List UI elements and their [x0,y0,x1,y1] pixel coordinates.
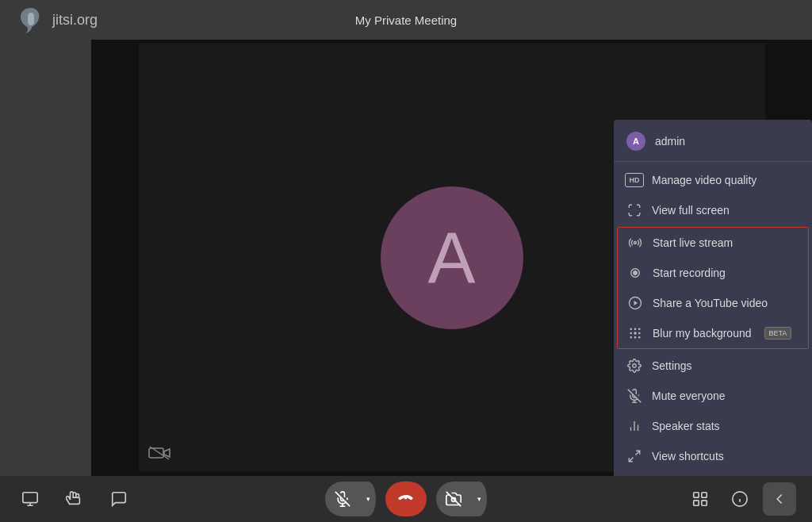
mic-dropdown-button[interactable]: ▾ [360,482,376,516]
menu-divider-1 [614,161,812,162]
participant-avatar: A [381,186,523,329]
shortcuts-label: View shortcuts [652,450,724,463]
svg-rect-2 [23,493,37,503]
hd-icon: HD [626,172,642,188]
menu-item-youtube[interactable]: Share a YouTube video [618,288,808,318]
svg-point-25 [639,332,641,334]
svg-rect-8 [694,493,699,497]
svg-line-6 [446,492,461,506]
svg-point-17 [634,271,638,275]
speaker-stats-label: Speaker stats [652,420,720,432]
toolbar-right [684,482,796,516]
live-stream-icon [627,235,643,251]
camera-off-indicator [148,446,170,463]
menu-item-mute-everyone[interactable]: Mute everyone [614,381,812,411]
more-actions-button[interactable] [763,482,796,516]
shortcuts-icon [626,448,642,464]
recording-label: Start recording [653,267,726,279]
settings-label: Settings [652,359,692,372]
svg-point-23 [630,332,632,334]
live-stream-label: Start live stream [653,236,733,249]
youtube-icon [627,295,643,311]
svg-rect-11 [702,501,707,505]
meeting-title: My Private Meeting [355,13,457,27]
menu-item-recording[interactable]: Start recording [618,258,808,288]
menu-item-speaker-stats[interactable]: Speaker stats [614,411,812,441]
streaming-section: Start live stream Start recording Share … [617,227,809,349]
menu-item-blur[interactable]: Blur my background BETA [618,318,808,348]
header: jitsi.org My Private Meeting [0,0,812,40]
recording-icon [627,265,643,281]
speaker-stats-icon [626,418,642,434]
svg-point-26 [630,337,632,339]
menu-item-fullscreen[interactable]: View full screen [614,195,812,225]
mute-everyone-icon [626,388,642,404]
blur-label: Blur my background [653,327,752,340]
svg-point-15 [634,242,637,244]
beta-badge: BETA [764,327,792,340]
svg-line-37 [629,458,633,462]
sidebar-strip [0,40,91,476]
mic-button-group: ▾ [325,482,376,516]
svg-point-21 [634,328,636,330]
share-screen-button[interactable] [16,485,44,513]
svg-point-20 [630,328,632,330]
youtube-label: Share a YouTube video [653,297,768,309]
more-actions-menu: A admin HD Manage video quality View ful… [614,120,812,476]
toolbar-left [16,485,133,513]
blur-icon [627,325,643,341]
menu-item-shortcuts[interactable]: View shortcuts [614,441,812,471]
admin-avatar: A [626,132,645,151]
svg-point-24 [634,332,636,334]
hangup-button[interactable] [385,482,427,516]
cam-button-group: ▾ [436,482,487,516]
cam-toggle-button[interactable] [436,482,471,516]
fullscreen-icon [626,202,642,218]
svg-point-28 [639,337,641,339]
mic-toggle-button[interactable] [325,482,360,516]
svg-rect-10 [694,501,699,505]
logo: jitsi.org [16,5,98,35]
logo-text: jitsi.org [52,12,98,29]
avatar-letter: A [427,217,475,299]
jitsi-logo-icon [16,5,46,35]
svg-point-22 [639,328,641,330]
menu-item-manage-video[interactable]: HD Manage video quality [614,165,812,195]
svg-line-36 [636,451,640,455]
svg-point-29 [633,364,637,368]
svg-point-27 [634,337,636,339]
raise-hand-button[interactable] [60,485,89,513]
mute-everyone-label: Mute everyone [652,390,726,402]
settings-icon [626,358,642,374]
menu-item-admin[interactable]: A admin [614,125,812,158]
menu-item-settings[interactable]: Settings [614,351,812,381]
chat-button[interactable] [105,485,133,513]
menu-item-live-stream[interactable]: Start live stream [618,228,808,258]
toolbar: ▾ ▾ [0,476,812,522]
fullscreen-label: View full screen [652,204,730,217]
cam-dropdown-button[interactable]: ▾ [471,482,487,516]
info-button[interactable] [723,482,756,516]
tile-view-button[interactable] [684,482,717,516]
admin-label: admin [655,135,685,148]
svg-rect-9 [702,493,707,497]
svg-rect-0 [149,448,163,458]
manage-video-label: Manage video quality [652,174,756,186]
svg-marker-19 [634,301,638,305]
toolbar-center: ▾ ▾ [325,482,487,516]
